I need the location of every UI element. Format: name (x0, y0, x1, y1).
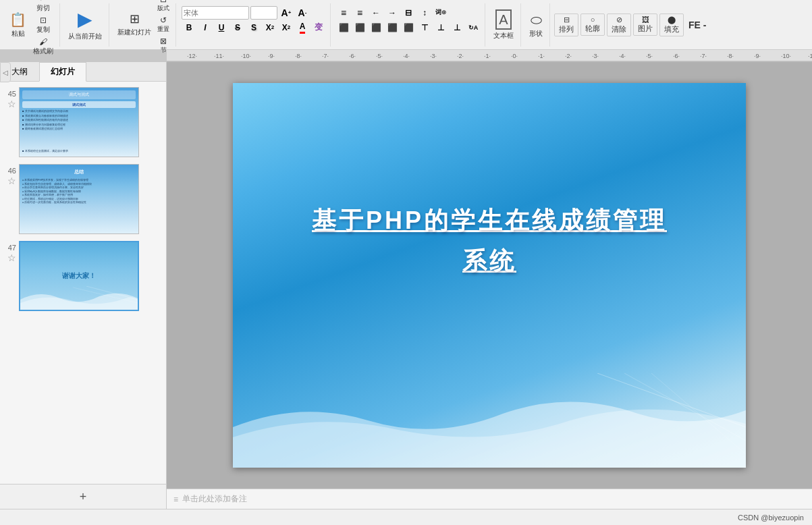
vertical-top-button[interactable]: ⊤ (417, 21, 432, 34)
outline-icon: ○ (591, 16, 595, 24)
new-slide-button[interactable]: ⊞ 新建幻灯片 (115, 7, 154, 43)
add-slide-button[interactable]: + (74, 487, 92, 506)
slide-thumb-item-46[interactable]: 46 ☆ 总结 ● 本系统采用PHP技术开发，实现了学生成绩的在线管理 ● 系统… (3, 164, 163, 234)
play-label: 从当前开始 (68, 32, 102, 41)
col-layout-button[interactable]: ⊟ (401, 6, 416, 20)
fill-button[interactable]: ⬤ 填充 (659, 13, 684, 36)
slide45-footer: ■ 本系统经过全面测试，满足设计要求 (22, 149, 136, 153)
svg-text:·2·: ·2· (565, 53, 572, 59)
clear-label: 清除 (612, 24, 626, 34)
font-shrink-button[interactable]: A- (295, 6, 310, 20)
clear-button[interactable]: ⊘ 清除 (607, 13, 631, 36)
textbox-button[interactable]: A 文本框 (491, 7, 516, 43)
align-left-button[interactable]: ⬛ (336, 21, 351, 34)
text-direction-button[interactable]: ↻A (466, 21, 481, 34)
sort-button[interactable]: ⊟ 排列 (554, 13, 578, 36)
fill-icon: ⬤ (668, 16, 676, 24)
new-slide-group: ⊞ 新建幻灯片 ⊟ 版式 ↺ 重置 ⊠ 节 (111, 3, 176, 47)
svg-text:·1·: ·1· (484, 53, 491, 59)
copy-icon: ⊡ (40, 16, 47, 25)
bold-button[interactable]: B (182, 21, 196, 34)
star-icon-47: ☆ (7, 253, 16, 262)
justify-button[interactable]: ⬛ (385, 21, 400, 34)
notes-area[interactable]: ≡ 单击此处添加备注 (167, 489, 812, 509)
svg-text:·8·: ·8· (727, 53, 734, 59)
svg-text:·7·: ·7· (700, 53, 707, 59)
line-spacing-button[interactable]: ↕ (417, 6, 432, 20)
slide47-title: 谢谢大家！ (62, 271, 96, 281)
svg-text:·3·: ·3· (592, 53, 599, 59)
insert-image-button[interactable]: 🖼 图片 (633, 13, 657, 36)
slide-panel: 45 ☆ 调式与润式 调式润式 ■ 关于调试与测试的说明文字内容示例 (0, 82, 166, 484)
outline-button[interactable]: ○ 轮廓 (580, 13, 605, 36)
slide-num-47: 47 (3, 241, 16, 252)
new-slide-label: 新建幻灯片 (117, 28, 151, 37)
paste-icon: 📋 (9, 11, 26, 28)
paste-button[interactable]: 📋 粘贴 (7, 7, 29, 43)
textbox-group: A 文本框 (487, 3, 521, 47)
wordart-button[interactable]: 变 (311, 21, 326, 34)
text-shadow-button[interactable]: S (246, 21, 261, 34)
font-size-input[interactable]: 0 (250, 6, 277, 20)
font-grow-button[interactable]: A+ (279, 6, 294, 20)
slide-thumb-wrapper-45: 调式与润式 调式润式 ■ 关于调试与测试的说明文字内容示例 ■ 系统测试要点与验… (19, 87, 139, 157)
sidebar-bottom: + (0, 484, 166, 509)
shape-button[interactable]: ⬭ 形状 (526, 7, 545, 43)
cut-button[interactable]: ✂ 剪切 (31, 0, 55, 13)
fill-label: 填充 (664, 24, 679, 34)
underline-button[interactable]: U (214, 21, 229, 34)
paste-label: 粘贴 (11, 29, 25, 38)
slide-canvas[interactable]: 基于PHP的学生在线成绩管理 系统 (233, 83, 746, 468)
slide-thumb-46[interactable]: 总结 ● 本系统采用PHP技术开发，实现了学生成绩的在线管理 ● 系统包括学生信… (19, 164, 139, 234)
copy-button[interactable]: ⊡ 复制 (31, 15, 55, 35)
italic-button[interactable]: I (198, 21, 213, 34)
indent-decrease-button[interactable]: ← (369, 6, 383, 20)
slide-num-46: 46 (3, 164, 16, 175)
slide45-title: 调式与润式 (22, 90, 136, 99)
superscript-button[interactable]: X2 (279, 21, 294, 34)
number-list-button[interactable]: ≡ (352, 6, 367, 20)
clear-icon: ⊘ (616, 16, 622, 24)
svg-text:·11·: ·11· (808, 53, 812, 59)
fe-text: FE - (686, 20, 709, 30)
vertical-bottom-button[interactable]: ⊥ (450, 21, 464, 34)
textbox-icon: A (495, 9, 511, 30)
slide-thumb-item-47[interactable]: 47 ☆ (3, 241, 163, 311)
svg-text:·10·: ·10· (241, 53, 251, 59)
slide-thumb-45[interactable]: 调式与润式 调式润式 ■ 关于调试与测试的说明文字内容示例 ■ 系统测试要点与验… (19, 87, 139, 157)
watermark-text: CSDN @biyezuopin (738, 514, 804, 522)
align-center-button[interactable]: ⬛ (352, 21, 367, 34)
slide46-title: 总结 (22, 167, 136, 177)
align-distributed-button[interactable]: ⬛ (401, 21, 416, 34)
cut-label: 剪切 (36, 3, 50, 13)
play-button[interactable]: ▶ 从当前开始 (65, 7, 105, 43)
slide-thumb-wrapper-47: 谢谢大家！ (19, 241, 139, 311)
align-right-button[interactable]: ⬛ (369, 21, 383, 34)
bullet-list-button[interactable]: ≡ (336, 6, 351, 20)
strikethrough-button[interactable]: S (230, 21, 245, 34)
slide-thumb-47[interactable]: 谢谢大家！ (19, 241, 139, 311)
indent-increase-button[interactable]: → (385, 6, 400, 20)
slide-thumb-item-45[interactable]: 45 ☆ 调式与润式 调式润式 ■ 关于调试与测试的说明文字内容示例 (3, 87, 163, 157)
ruler: ·12· ·11· ·10· ·9· ·8· ·7· ·6· ·5· ·4· ·… (167, 50, 812, 62)
shape-icon: ⬭ (531, 11, 542, 28)
slide-title-line1: 基于PHP的学生在线成绩管理 (312, 206, 667, 234)
textbox-label: 文本框 (493, 31, 514, 40)
svg-text:·1·: ·1· (538, 53, 545, 59)
word-count-button[interactable]: 词⊙ (433, 6, 448, 20)
svg-text:·6·: ·6· (349, 53, 356, 59)
toolbar: 📋 粘贴 ✂ 剪切 ⊡ 复制 🖌 格式刷 ▶ 从当前开始 (0, 0, 812, 50)
svg-text:·4·: ·4· (619, 53, 626, 59)
sidebar-collapse-button[interactable]: ◁ (0, 62, 11, 82)
notes-placeholder: 单击此处添加备注 (182, 493, 247, 505)
svg-text:·6·: ·6· (673, 53, 680, 59)
sort-icon: ⊟ (564, 16, 570, 24)
svg-text:·9·: ·9· (268, 53, 275, 59)
reset-button[interactable]: ↺ 重置 (155, 15, 171, 34)
layout-button[interactable]: ⊟ 版式 (155, 0, 171, 13)
text-color-button[interactable]: A (295, 21, 310, 34)
tab-slides[interactable]: 幻灯片 (39, 62, 86, 82)
font-name-input[interactable] (182, 6, 249, 20)
vertical-middle-button[interactable]: ⊥ (433, 21, 448, 34)
subscript-button[interactable]: X2 (263, 21, 277, 34)
